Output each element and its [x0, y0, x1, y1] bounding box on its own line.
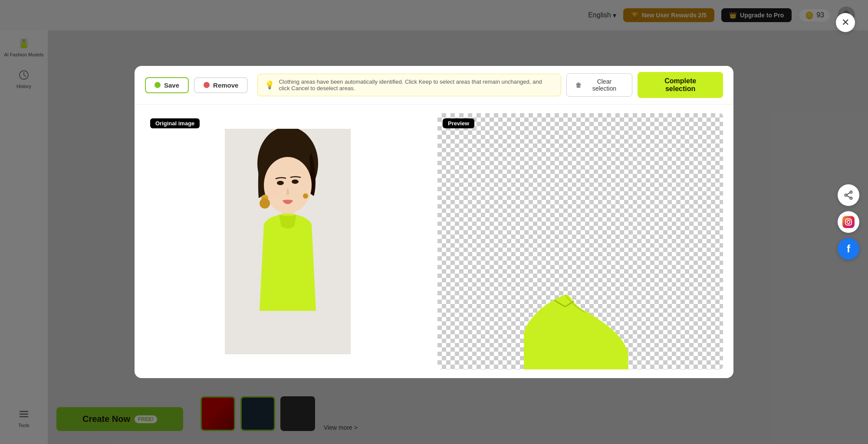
toolbar-right: 🗑 Clear selection Complete selection: [566, 72, 723, 98]
facebook-button[interactable]: f: [838, 238, 859, 260]
model-illustration: [225, 129, 351, 354]
modal-dialog: Save Remove 💡 Clothing areas have been a…: [135, 66, 733, 378]
original-label: Original image: [150, 118, 200, 128]
svg-point-14: [270, 190, 279, 196]
instagram-button[interactable]: [838, 211, 859, 233]
svg-rect-18: [845, 219, 852, 225]
save-label: Save: [164, 82, 179, 89]
clear-selection-button[interactable]: 🗑 Clear selection: [566, 73, 632, 97]
preview-label: Preview: [443, 118, 474, 128]
preview-panel: Preview: [437, 113, 723, 369]
svg-point-11: [303, 193, 308, 199]
clear-icon: 🗑: [575, 82, 582, 88]
hint-text: Clothing areas have been automatically i…: [279, 78, 554, 91]
modal-overlay: ✕ Save Remove 💡 Clothing areas have been…: [0, 0, 868, 444]
facebook-icon: f: [847, 243, 850, 255]
complete-label: Complete selection: [664, 77, 696, 92]
close-icon: ✕: [842, 17, 849, 28]
save-button[interactable]: Save: [145, 77, 189, 93]
garment-preview: [498, 248, 663, 369]
original-image-panel: Original image: [145, 113, 431, 369]
complete-selection-button[interactable]: Complete selection: [638, 72, 723, 98]
clear-label: Clear selection: [585, 78, 623, 92]
hint-icon: 💡: [265, 80, 274, 90]
modal-toolbar: Save Remove 💡 Clothing areas have been a…: [135, 66, 733, 104]
remove-button[interactable]: Remove: [194, 77, 248, 93]
svg-point-13: [292, 180, 299, 184]
instagram-icon: [842, 216, 855, 228]
save-dot-icon: [155, 82, 161, 88]
remove-label: Remove: [213, 82, 238, 89]
svg-point-19: [847, 221, 850, 224]
remove-dot-icon: [204, 82, 210, 88]
hint-box: 💡 Clothing areas have been automatically…: [257, 74, 561, 96]
svg-point-20: [850, 220, 851, 221]
svg-point-7: [264, 157, 312, 213]
svg-point-10: [260, 198, 270, 209]
svg-point-12: [277, 181, 284, 185]
modal-body: Original image: [135, 104, 733, 378]
modal-close-button[interactable]: ✕: [836, 13, 855, 32]
share-button[interactable]: [838, 184, 859, 206]
social-buttons: f: [838, 184, 859, 260]
